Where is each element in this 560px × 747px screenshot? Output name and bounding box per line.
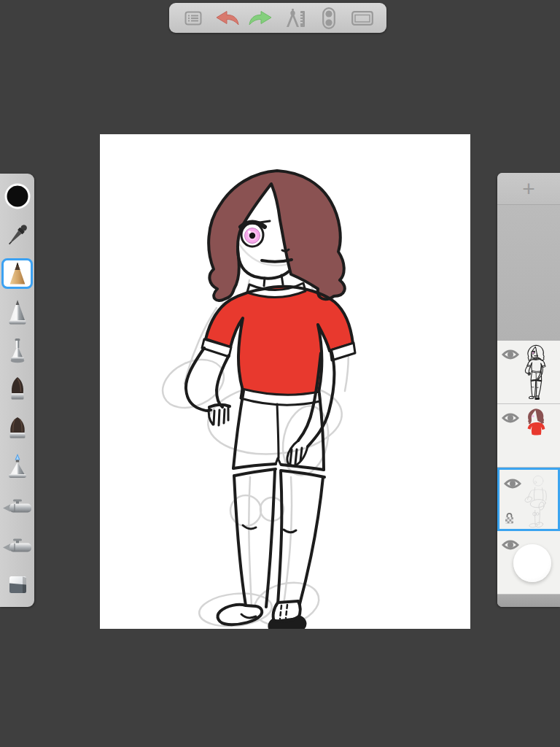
layer-color[interactable] [497, 404, 560, 468]
precision-tools-button[interactable] [281, 6, 308, 31]
color-swatch[interactable] [1, 180, 34, 212]
flat-brush-tool[interactable] [1, 412, 34, 444]
horizontal-pen-icon [1, 495, 34, 517]
marker-tool[interactable] [1, 295, 34, 328]
sketch-app-window: + [0, 0, 560, 747]
layer-background[interactable] [497, 531, 560, 595]
plus-icon: + [522, 179, 535, 199]
fountain-pen-tool[interactable] [1, 490, 34, 522]
layer-visibility-eye-icon[interactable] [502, 538, 519, 551]
eraser-tool[interactable] [1, 568, 34, 600]
eyedropper-icon [3, 220, 32, 250]
drawing-canvas[interactable] [100, 134, 470, 629]
layer-sketch-selected[interactable] [497, 468, 560, 531]
round-brush-icon [3, 374, 32, 405]
vertical-toggle-icon [322, 7, 335, 29]
alpha-lock-icon[interactable] [504, 512, 515, 525]
marker-cone-icon [3, 297, 32, 326]
undo-button[interactable] [213, 6, 241, 31]
undo-arrow-icon [214, 10, 239, 26]
compass-ruler-icon [284, 9, 306, 28]
calligraphy-pen-tool[interactable] [1, 530, 34, 562]
horizontal-pen-icon [1, 535, 34, 557]
add-layer-button[interactable]: + [497, 173, 560, 205]
layers-panel-footer [497, 595, 560, 607]
pencil-tool[interactable] [1, 258, 33, 289]
pin-pen-tool[interactable] [1, 335, 34, 367]
eraser-block-icon [3, 570, 32, 599]
airbrush-icon [3, 452, 32, 483]
black-circle-icon [4, 182, 31, 210]
layers-panel-spacer [497, 205, 560, 341]
tool-options-button[interactable] [315, 6, 343, 31]
eyedropper-tool[interactable] [1, 219, 34, 251]
redo-arrow-icon [249, 10, 273, 26]
canvas-format-button[interactable] [349, 6, 376, 31]
layers-panel: + [497, 173, 560, 607]
airbrush-tool[interactable] [1, 452, 34, 484]
round-brush-tool[interactable] [1, 374, 34, 406]
layer-thumbnail [515, 343, 554, 400]
redo-button[interactable] [247, 6, 275, 31]
gallery-list-button[interactable] [179, 6, 207, 31]
list-icon [184, 11, 202, 26]
character-artwork [100, 134, 470, 629]
tool-panel [0, 174, 34, 607]
flat-brush-icon [3, 414, 32, 443]
frame-icon [351, 11, 373, 26]
layer-thumbnail [515, 406, 554, 464]
pencil-icon [4, 260, 31, 287]
layer-thumbnail [517, 472, 556, 530]
pin-icon [3, 336, 32, 366]
paper-circle-thumbnail [513, 544, 551, 582]
top-toolbar [169, 3, 386, 33]
layer-line-art[interactable] [497, 341, 560, 404]
